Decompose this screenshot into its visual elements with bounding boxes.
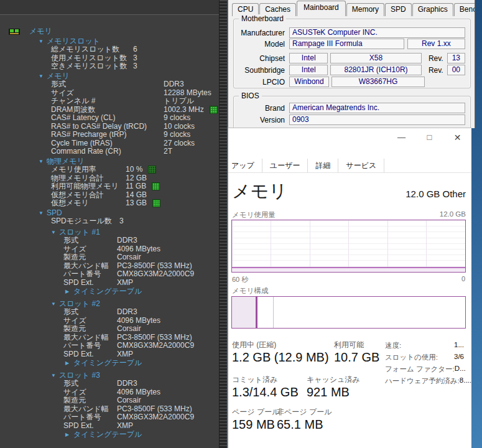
cpuz-window: CPU Caches Mainboard Memory SPD Graphics… xyxy=(228,0,475,128)
tree-root-memory[interactable]: メモリ xyxy=(0,27,219,36)
nonpaged-pool-label: 非ページ プール xyxy=(277,407,331,418)
tab-graphics[interactable]: Graphics xyxy=(412,3,453,16)
chevron-down-icon[interactable]: ▼ xyxy=(51,300,59,309)
tree-row[interactable]: 使用メモリスロット数 3 xyxy=(0,54,219,63)
tab-spd[interactable]: SPD xyxy=(385,3,412,16)
tree-row[interactable]: サイズ 12288 MBytes xyxy=(0,89,219,98)
tab-startup-partial[interactable]: アップ xyxy=(228,159,262,172)
tree-row[interactable]: Cycle Time (tRAS) 27 clocks xyxy=(0,139,219,148)
tree-row[interactable]: チャンネル # トリプル xyxy=(0,97,219,106)
tree-cat-physical-memory[interactable]: ▼ 物理メモリ xyxy=(0,157,219,166)
chevron-down-icon[interactable]: ▼ xyxy=(39,72,47,81)
chevron-right-icon[interactable]: ▶ xyxy=(65,431,73,439)
southbridge-row: Southbridge Intel 82801JR (ICH10R) Rev. … xyxy=(238,65,465,75)
green-led-icon xyxy=(152,182,160,190)
tree-row[interactable]: 形式 DDR3 xyxy=(0,308,219,317)
chevron-down-icon[interactable]: ▼ xyxy=(51,371,59,380)
chevron-right-icon[interactable]: ▶ xyxy=(65,359,73,368)
tree-row[interactable]: 最大バンド幅 PC3-8500F (533 MHz) xyxy=(0,262,219,271)
tree-row[interactable]: パート番号 CMX8GX3M2A2000C9 xyxy=(0,342,219,350)
tree-cat-memory[interactable]: ▼ メモリ xyxy=(0,72,219,81)
dark-green-led-icon xyxy=(148,166,156,174)
tree-row[interactable]: 製造元 Corsair xyxy=(0,396,219,405)
tree-cat-slot-3[interactable]: ▼ スロット #3 xyxy=(0,371,219,380)
scrollbar[interactable] xyxy=(219,0,227,448)
model-field: Rampage III Formula xyxy=(289,39,404,49)
southbridge-rev-field: 00 xyxy=(447,65,465,75)
tree-cat-slot-1[interactable]: ▼ スロット #1 xyxy=(0,228,219,237)
memory-composition-bar[interactable] xyxy=(231,296,466,329)
tree-row[interactable]: パート番号 CMX8GX3M2A2000C9 xyxy=(0,270,219,279)
tree-row[interactable]: 総メモリスロット数 6 xyxy=(0,45,219,54)
green-led-icon xyxy=(210,106,218,114)
tree-row[interactable]: 仮想メモリ合計 14 GB xyxy=(0,191,219,200)
hwinfo-top-strip xyxy=(0,0,219,15)
chevron-down-icon[interactable]: ▼ xyxy=(39,37,47,46)
tree-row[interactable]: SPD Ext. XMP xyxy=(0,279,219,287)
usage-axis-max: 12.0 GB xyxy=(440,210,466,218)
tree-row[interactable]: サイズ 4096 MBytes xyxy=(0,245,219,254)
segment-in-use xyxy=(232,297,257,328)
hwinfo-panel: メモリ ▼ メモリスロット 総メモリスロット数 6 使用メモリスロット数 3 空… xyxy=(0,0,219,448)
lpcio-row: LPCIO Winbond W83667HG xyxy=(238,77,465,87)
detail-slots-used: スロットの使用: 3/6 xyxy=(385,353,464,362)
cached-label: キャッシュ済み xyxy=(307,375,360,385)
tree-cat-memory-slots[interactable]: ▼ メモリスロット xyxy=(0,37,219,46)
tree-row[interactable]: SPD Ext. XMP xyxy=(0,422,219,431)
tree-row[interactable]: 最大バンド幅 PC3-8500F (533 MHz) xyxy=(0,334,219,342)
tree-row[interactable]: SPD Ext. XMP xyxy=(0,350,219,359)
chipset-rev-field: 13 xyxy=(447,53,465,63)
tab-memory[interactable]: Memory xyxy=(346,3,384,16)
memory-usage-graph[interactable] xyxy=(231,220,466,273)
tree-row[interactable]: RAS# Precharge (tRP) 9 clocks xyxy=(0,131,219,139)
tab-details[interactable]: 詳細 xyxy=(308,159,338,172)
tree-row[interactable]: パート番号 CMX8GX3M2A2000C9 xyxy=(0,413,219,422)
tab-mainboard[interactable]: Mainboard xyxy=(297,1,346,16)
tree-row[interactable]: 利用可能物理メモリ 11 GB xyxy=(0,182,219,191)
tree-row[interactable]: 製造元 Corsair xyxy=(0,325,219,334)
chevron-down-icon[interactable]: ▼ xyxy=(39,157,47,166)
memory-page-title: メモリ xyxy=(232,179,287,204)
tree-row[interactable]: 仮想メモリ 13 GB xyxy=(0,199,219,208)
chevron-down-icon[interactable]: ▼ xyxy=(39,209,47,218)
tab-users[interactable]: ユーザー xyxy=(262,159,308,172)
bios-version-field: 0903 xyxy=(289,114,465,125)
tab-services[interactable]: サービス xyxy=(338,159,384,172)
title-bar[interactable]: — □ ✕ xyxy=(228,128,471,150)
axis-right-label: 0 xyxy=(461,275,465,282)
hwinfo-tree: メモリ ▼ メモリスロット 総メモリスロット数 6 使用メモリスロット数 3 空… xyxy=(0,27,219,439)
tree-row[interactable]: 形式 DDR3 xyxy=(0,236,219,245)
tree-cat-timing-table[interactable]: ▶ タイミングテーブル xyxy=(0,359,219,368)
tree-row[interactable]: サイズ 4096 MBytes xyxy=(0,388,219,397)
tree-cat-slot-2[interactable]: ▼ スロット #2 xyxy=(0,300,219,309)
manufacturer-field: ASUSTeK Computer INC. xyxy=(289,27,465,38)
tree-row[interactable]: DRAM周波数 1002.3 MHz xyxy=(0,106,219,114)
chevron-down-icon[interactable]: ▼ xyxy=(51,228,59,237)
nonpaged-pool-value: 65.1 MB xyxy=(277,418,323,432)
minimize-icon[interactable]: — xyxy=(387,128,415,147)
tree-row[interactable]: RAS# to CAS# Delay (tRCD) 10 clocks xyxy=(0,123,219,131)
tree-row[interactable]: メモリ使用率 10 % xyxy=(0,166,219,174)
tree-row[interactable]: 物理メモリ合計 12 GB xyxy=(0,174,219,183)
chevron-right-icon[interactable]: ▶ xyxy=(65,287,73,296)
motherboard-group: Motherboard Manufacturer ASUSTeK Compute… xyxy=(233,19,471,88)
tree-row[interactable]: 最大バンド幅 PC3-8500F (533 MHz) xyxy=(0,405,219,414)
tree-row[interactable]: CAS# Latency (CL) 9 clocks xyxy=(0,114,219,123)
tree-row[interactable]: サイズ 4096 MBytes xyxy=(0,317,219,325)
paged-pool-value: 159 MB xyxy=(232,418,275,432)
tree-cat-timing-table[interactable]: ▶ タイミングテーブル xyxy=(0,287,219,296)
tree-row[interactable]: 形式 DDR3 xyxy=(0,80,219,89)
maximize-icon[interactable]: □ xyxy=(415,128,443,147)
close-icon[interactable]: ✕ xyxy=(443,128,471,147)
tree-cat-spd[interactable]: ▼ SPD xyxy=(0,209,219,218)
tree-cat-timing-table[interactable]: ▶ タイミングテーブル xyxy=(0,431,219,439)
tree-row[interactable]: Command Rate (CR) 2T xyxy=(0,147,219,156)
tree-row[interactable]: 空きメモリスロット数 3 xyxy=(0,62,219,71)
tree-row[interactable]: 製造元 Corsair xyxy=(0,253,219,262)
tab-bench[interactable]: Bench xyxy=(454,3,475,16)
tree-row[interactable]: SPDモジュール数 3 xyxy=(0,217,219,226)
segment-standby xyxy=(257,297,274,328)
tree-row[interactable]: 形式 DDR3 xyxy=(0,380,219,388)
southbridge-name-field: 82801JR (ICH10R) xyxy=(330,65,421,75)
southbridge-vendor-field: Intel xyxy=(289,65,328,75)
